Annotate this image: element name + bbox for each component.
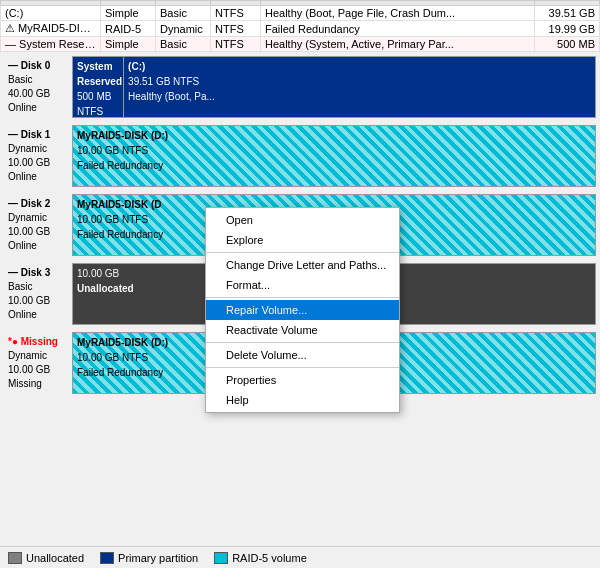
- cell-fs: NTFS: [211, 21, 261, 37]
- part-name: (C:): [128, 59, 591, 74]
- ctx-item-reactivate-volume[interactable]: Reactivate Volume: [206, 320, 399, 340]
- cell-layout: Simple: [101, 37, 156, 52]
- table-row[interactable]: ⚠ MyRAID5-DISK (D:) RAID-5 Dynamic NTFS …: [1, 21, 600, 37]
- part-size: 39.51 GB NTFS: [128, 74, 591, 89]
- partition-disk0-1[interactable]: (C:) 39.51 GB NTFS Healthy (Boot, Pa...: [124, 57, 595, 117]
- legend-item-unallocated: Unallocated: [8, 552, 84, 564]
- disk-type: Dynamic: [8, 142, 68, 156]
- disk-row-disk0: — Disk 0 Basic 40.00 GB Online System Re…: [4, 56, 596, 118]
- cell-layout: RAID-5: [101, 21, 156, 37]
- disk-label-disk2: — Disk 2 Dynamic 10.00 GB Online: [4, 194, 72, 256]
- disk-name: — Disk 1: [8, 128, 68, 142]
- cell-layout: Simple: [101, 6, 156, 21]
- disk-status: Online: [8, 101, 68, 115]
- part-name: MyRAID5-DISK (D:): [77, 128, 591, 143]
- ctx-separator: [206, 297, 399, 298]
- disk-content-disk0: System Reserved 500 MB NTFS Healthy (Sys…: [72, 56, 596, 118]
- ctx-separator: [206, 367, 399, 368]
- cell-status: Failed Redundancy: [261, 21, 535, 37]
- disk-size: 10.00 GB: [8, 225, 68, 239]
- disk-size: 10.00 GB: [8, 294, 68, 308]
- cell-status: Healthy (Boot, Page File, Crash Dum...: [261, 6, 535, 21]
- disk-name: — Disk 3: [8, 266, 68, 280]
- legend-label-primary: Primary partition: [118, 552, 198, 564]
- legend-bar: UnallocatedPrimary partitionRAID-5 volum…: [0, 546, 600, 568]
- legend-label-unallocated: Unallocated: [26, 552, 84, 564]
- part-status: Failed Redundancy: [77, 158, 591, 173]
- partition-disk1-0[interactable]: MyRAID5-DISK (D:) 10.00 GB NTFS Failed R…: [73, 126, 595, 186]
- disk-missing-label: *● Missing: [8, 335, 68, 349]
- legend-swatch-raid5: [214, 552, 228, 564]
- cell-capacity: 500 MB: [535, 37, 600, 52]
- part-size: 500 MB NTFS: [77, 89, 119, 117]
- disk-size: 10.00 GB: [8, 156, 68, 170]
- disk-label-disk1: — Disk 1 Dynamic 10.00 GB Online: [4, 125, 72, 187]
- ctx-item-properties[interactable]: Properties: [206, 370, 399, 390]
- disk-size: 40.00 GB: [8, 87, 68, 101]
- ctx-item-explore[interactable]: Explore: [206, 230, 399, 250]
- ctx-separator: [206, 342, 399, 343]
- ctx-item-change-drive-letter-and-paths---[interactable]: Change Drive Letter and Paths...: [206, 255, 399, 275]
- legend-item-raid5: RAID-5 volume: [214, 552, 307, 564]
- cell-fs: NTFS: [211, 6, 261, 21]
- cell-type: Basic: [156, 37, 211, 52]
- table-row[interactable]: — System Reserved Simple Basic NTFS Heal…: [1, 37, 600, 52]
- ctx-separator: [206, 252, 399, 253]
- disk-label-disk3: — Disk 3 Basic 10.00 GB Online: [4, 263, 72, 325]
- partition-disk0-0[interactable]: System Reserved 500 MB NTFS Healthy (Sys…: [73, 57, 124, 117]
- ctx-item-open[interactable]: Open: [206, 210, 399, 230]
- legend-label-raid5: RAID-5 volume: [232, 552, 307, 564]
- cell-capacity: 19.99 GB: [535, 21, 600, 37]
- part-name: System Reserved: [77, 59, 119, 89]
- disk-name: — Disk 2: [8, 197, 68, 211]
- disk-status: Online: [8, 170, 68, 184]
- cell-fs: NTFS: [211, 37, 261, 52]
- cell-type: Dynamic: [156, 21, 211, 37]
- disk-row-disk1: — Disk 1 Dynamic 10.00 GB Online MyRAID5…: [4, 125, 596, 187]
- disk-status: Online: [8, 239, 68, 253]
- ctx-item-format---[interactable]: Format...: [206, 275, 399, 295]
- cell-volume: — System Reserved: [1, 37, 101, 52]
- disk-label-missing: *● Missing Dynamic 10.00 GB Missing: [4, 332, 72, 394]
- disk-table: (C:) Simple Basic NTFS Healthy (Boot, Pa…: [0, 0, 600, 52]
- ctx-item-repair-volume---[interactable]: Repair Volume...: [206, 300, 399, 320]
- disk-name: — Disk 0: [8, 59, 68, 73]
- table-row[interactable]: (C:) Simple Basic NTFS Healthy (Boot, Pa…: [1, 6, 600, 21]
- ctx-item-help[interactable]: Help: [206, 390, 399, 410]
- cell-type: Basic: [156, 6, 211, 21]
- disk-type: Dynamic: [8, 211, 68, 225]
- disk-content-disk1: MyRAID5-DISK (D:) 10.00 GB NTFS Failed R…: [72, 125, 596, 187]
- legend-item-primary: Primary partition: [100, 552, 198, 564]
- cell-capacity: 39.51 GB: [535, 6, 600, 21]
- disk-type: Basic: [8, 280, 68, 294]
- cell-volume: (C:): [1, 6, 101, 21]
- disk-status: Online: [8, 308, 68, 322]
- cell-volume: ⚠ MyRAID5-DISK (D:): [1, 21, 101, 37]
- part-size: 10.00 GB NTFS: [77, 143, 591, 158]
- part-status: Healthy (Boot, Pa...: [128, 89, 591, 104]
- legend-swatch-primary: [100, 552, 114, 564]
- disk-type: Basic: [8, 73, 68, 87]
- ctx-item-delete-volume---[interactable]: Delete Volume...: [206, 345, 399, 365]
- disk-type: Dynamic: [8, 349, 68, 363]
- legend-swatch-unallocated: [8, 552, 22, 564]
- context-menu[interactable]: OpenExploreChange Drive Letter and Paths…: [205, 207, 400, 413]
- disk-size: 10.00 GB: [8, 363, 68, 377]
- cell-status: Healthy (System, Active, Primary Par...: [261, 37, 535, 52]
- disk-label-disk0: — Disk 0 Basic 40.00 GB Online: [4, 56, 72, 118]
- disk-status: Missing: [8, 377, 68, 391]
